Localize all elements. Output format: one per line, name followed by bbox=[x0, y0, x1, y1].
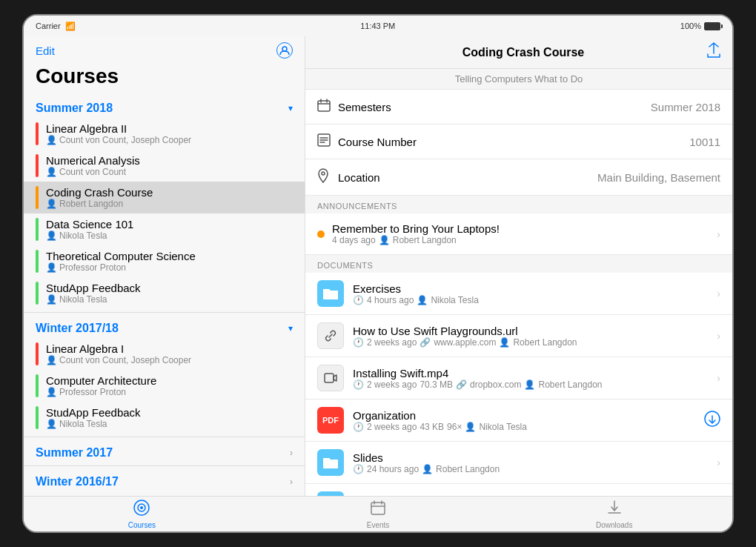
course-bar bbox=[36, 250, 39, 273]
doc-installing-swift[interactable]: Installing Swift.mp4 🕐 2 weeks ago 70.3 … bbox=[305, 357, 732, 400]
edit-button[interactable]: Edit bbox=[36, 44, 55, 57]
svg-point-0 bbox=[282, 47, 287, 51]
section-winter201718-title: Winter 2017/18 bbox=[36, 322, 119, 335]
course-number-value: 10011 bbox=[689, 136, 720, 148]
doc-author: Robert Langdon bbox=[436, 464, 500, 474]
section-winter201718[interactable]: Winter 2017/18 ▾ bbox=[24, 316, 305, 338]
course-linear-algebra-2[interactable]: Linear Algebra II 👤 Count von Count, Jos… bbox=[24, 118, 305, 150]
location-icon bbox=[317, 168, 338, 186]
course-instructor: 👤 Professor Proton bbox=[46, 262, 293, 273]
doc-info: Slides 🕐 24 hours ago 👤 Robert Langdon bbox=[353, 451, 717, 474]
doc-info: Installing Swift.mp4 🕐 2 weeks ago 70.3 … bbox=[353, 367, 717, 390]
profile-icon[interactable] bbox=[276, 42, 293, 59]
section-divider bbox=[24, 312, 305, 313]
course-data-science-101[interactable]: Data Science 101 👤 Nikola Tesla bbox=[24, 213, 305, 245]
doc-time: 2 weeks ago bbox=[367, 379, 417, 390]
course-linear-algebra-1[interactable]: Linear Algebra I 👤 Count von Count, Jose… bbox=[24, 338, 305, 370]
doc-size: 43 KB bbox=[420, 422, 444, 432]
doc-solutions[interactable]: Solutions 🕐 8 hours ago 👤 Nikola Tesla › bbox=[305, 484, 732, 496]
course-number-label: Course Number bbox=[338, 136, 689, 148]
tab-events[interactable]: Events bbox=[260, 497, 497, 531]
svg-rect-9 bbox=[371, 503, 385, 514]
course-instructor: 👤 Count von Count bbox=[46, 167, 293, 177]
doc-name: Organization bbox=[353, 409, 704, 422]
person-icon: 👤 bbox=[524, 379, 535, 390]
course-info: Linear Algebra I 👤 Count von Count, Jose… bbox=[46, 342, 293, 365]
detail-header: Coding Crash Course bbox=[305, 36, 732, 69]
sidebar-title: Courses bbox=[24, 64, 305, 96]
svg-rect-1 bbox=[318, 101, 330, 111]
course-info: Numerical Analysis 👤 Count von Count bbox=[46, 154, 293, 177]
course-bar bbox=[36, 122, 39, 145]
download-button[interactable] bbox=[704, 411, 720, 431]
course-coding-crash-course[interactable]: Coding Crash Course 👤 Robert Langdon bbox=[24, 182, 305, 213]
tab-courses[interactable]: Courses bbox=[24, 497, 260, 531]
course-numerical-analysis[interactable]: Numerical Analysis 👤 Count von Count bbox=[24, 150, 305, 182]
section-divider bbox=[24, 437, 305, 437]
doc-source: dropbox.com bbox=[470, 379, 521, 390]
course-name: Coding Crash Course bbox=[46, 186, 293, 199]
person-icon: 👤 bbox=[46, 199, 57, 209]
course-info: Computer Architecture 👤 Professor Proton bbox=[46, 374, 293, 397]
downloads-tab-icon bbox=[606, 500, 623, 520]
clock-icon: 🕐 bbox=[353, 379, 364, 390]
doc-info: Exercises 🕐 4 hours ago 👤 Nikola Tesla bbox=[353, 282, 717, 305]
semesters-value: Summer 2018 bbox=[651, 101, 720, 113]
doc-name: Slides bbox=[353, 451, 717, 464]
doc-swift-url[interactable]: How to Use Swift Playgrounds.url 🕐 2 wee… bbox=[305, 315, 732, 357]
url-icon bbox=[317, 322, 344, 349]
events-tab-icon bbox=[370, 500, 386, 520]
chevron-right-icon: › bbox=[717, 330, 720, 342]
course-name: Linear Algebra I bbox=[46, 342, 293, 355]
person-icon: 👤 bbox=[46, 355, 57, 365]
section-summer2017[interactable]: Summer 2017 › bbox=[24, 440, 305, 463]
doc-exercises[interactable]: Exercises 🕐 4 hours ago 👤 Nikola Tesla › bbox=[305, 273, 732, 315]
doc-size: 70.3 MB bbox=[420, 379, 453, 390]
course-studapp-feedback-2[interactable]: StudApp Feedback 👤 Nikola Tesla bbox=[24, 402, 305, 434]
person-icon: 👤 bbox=[46, 231, 57, 241]
course-theoretical-cs[interactable]: Theoretical Computer Science 👤 Professor… bbox=[24, 245, 305, 277]
battery-label: 100% bbox=[680, 21, 701, 30]
course-computer-architecture[interactable]: Computer Architecture 👤 Professor Proton bbox=[24, 370, 305, 402]
link-icon: 🔗 bbox=[456, 379, 467, 390]
info-row-course-number: Course Number 10011 bbox=[305, 125, 732, 159]
doc-name: Exercises bbox=[353, 282, 717, 295]
course-studapp-feedback-1[interactable]: StudApp Feedback 👤 Nikola Tesla bbox=[24, 277, 305, 309]
section-summer2018-chevron: ▾ bbox=[288, 103, 293, 113]
course-bar bbox=[36, 154, 39, 177]
course-instructor: 👤 Nikola Tesla bbox=[46, 419, 293, 429]
course-name: Numerical Analysis bbox=[46, 154, 293, 167]
svg-rect-4 bbox=[325, 374, 334, 382]
person-icon: 👤 bbox=[46, 135, 57, 145]
detail-panel: Coding Crash Course Telling Computers Wh… bbox=[305, 36, 732, 496]
detail-title: Coding Crash Course bbox=[339, 46, 707, 59]
doc-organization[interactable]: PDF Organization 🕐 2 weeks ago 43 KB 96×… bbox=[305, 400, 732, 442]
course-info: StudApp Feedback 👤 Nikola Tesla bbox=[46, 282, 293, 305]
wifi-icon: 📶 bbox=[65, 21, 76, 31]
location-label: Location bbox=[338, 171, 597, 184]
course-bar bbox=[36, 374, 39, 397]
section-winter201617[interactable]: Winter 2016/17 › bbox=[24, 469, 305, 491]
course-instructor: 👤 Count von Count, Joseph Cooper bbox=[46, 135, 293, 145]
course-name: StudApp Feedback bbox=[46, 282, 293, 294]
doc-name: Installing Swift.mp4 bbox=[353, 367, 717, 379]
doc-author: Robert Langdon bbox=[513, 337, 577, 348]
clock-icon: 🕐 bbox=[353, 464, 364, 474]
info-row-location: Location Main Building, Basement bbox=[305, 159, 732, 196]
tab-downloads[interactable]: Downloads bbox=[496, 497, 732, 531]
share-button[interactable] bbox=[707, 42, 720, 62]
doc-time: 24 hours ago bbox=[367, 464, 419, 474]
doc-meta: 🕐 2 weeks ago 🔗 www.apple.com 👤 Robert L… bbox=[353, 337, 717, 348]
course-instructor: 👤 Nikola Tesla bbox=[46, 231, 293, 241]
battery-icon bbox=[704, 22, 720, 30]
doc-slides[interactable]: Slides 🕐 24 hours ago 👤 Robert Langdon › bbox=[305, 442, 732, 484]
link-icon: 🔗 bbox=[420, 337, 431, 348]
course-number-icon bbox=[317, 133, 338, 150]
announcement-item[interactable]: Remember to Bring Your Laptops! 4 days a… bbox=[305, 213, 732, 255]
section-summer2018[interactable]: Summer 2018 ▾ bbox=[24, 96, 305, 118]
status-bar: Carrier 📶 11:43 PM 100% bbox=[24, 16, 732, 36]
doc-time: 2 weeks ago bbox=[367, 422, 417, 432]
course-bar bbox=[36, 282, 39, 305]
section-summer2017-chevron: › bbox=[290, 448, 293, 458]
course-name: Theoretical Computer Science bbox=[46, 250, 293, 262]
